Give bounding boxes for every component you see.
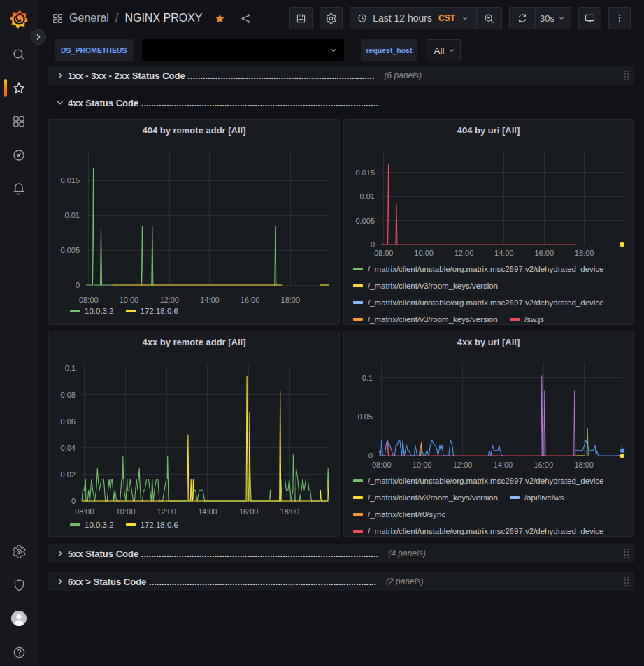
row-title-text: 6xx > Status Code (68, 577, 146, 587)
chevron-down-icon (447, 45, 457, 55)
row-title-text: 4xx Status Code (68, 98, 138, 108)
sidebar-item-server-admin[interactable] (0, 568, 38, 602)
zoom-out-button[interactable] (476, 8, 501, 29)
favorite-star-button[interactable] (214, 13, 226, 24)
row-panel-count: (4 panels) (388, 549, 425, 558)
panel-legend: /_matrix/client/unstable/org.matrix.msc2… (344, 261, 633, 324)
legend-item[interactable]: 10.0.3.2 (70, 516, 114, 533)
sidebar-item-help[interactable] (0, 635, 38, 666)
sidebar-item-alerting[interactable] (0, 172, 38, 205)
y-tick-label: 0.015 (60, 176, 80, 184)
legend-series-color (510, 318, 520, 321)
grafana-app: General / NGINX PROXY (0, 0, 644, 666)
legend-series-color (353, 318, 363, 321)
save-icon (295, 13, 307, 24)
refresh-button[interactable] (510, 8, 535, 29)
refresh-icon (517, 13, 528, 24)
legend-item[interactable]: /_matrix/client/r0/sync (353, 506, 445, 523)
sidebar-item-starred[interactable] (0, 71, 38, 105)
legend-series-label: /_matrix/client/unstable/org.matrix.msc2… (368, 477, 604, 485)
sidebar-item-search[interactable] (0, 38, 38, 71)
panel-title[interactable]: 404 by uri [All] (344, 120, 633, 140)
legend-item[interactable]: /_matrix/client/v3/room_keys/version (353, 277, 498, 294)
x-tick-label: 08:00 (372, 461, 392, 469)
row-title-text: 5xx Status Code (68, 549, 138, 559)
drag-handle-icon[interactable] (623, 548, 630, 560)
time-range-button[interactable]: Last 12 hours CST (350, 8, 476, 29)
y-tick-label: 0.02 (61, 470, 76, 479)
dashboard-grid-icon (52, 13, 64, 24)
legend-item[interactable]: /_matrix/client/unstable/org.matrix.msc2… (353, 472, 604, 489)
legend-item[interactable]: 172.18.0.6 (126, 303, 178, 319)
variable-value-dropdown[interactable]: All (427, 39, 461, 61)
panel-title[interactable]: 4xx by uri [All] (344, 331, 633, 352)
chart-svg[interactable]: 00.0050.010.01508:0010:0012:0014:0016:00… (49, 120, 339, 310)
y-tick-label: 0 (371, 240, 375, 249)
y-tick-label: 0.01 (360, 192, 375, 201)
sidebar-item-dashboards[interactable] (0, 105, 38, 138)
row-title-dots: ........................................… (141, 98, 379, 108)
row-5xx[interactable]: 5xx Status Code ........................… (48, 544, 634, 563)
sidebar-item-profile[interactable] (0, 602, 38, 635)
chart-svg[interactable]: 00.0050.010.01508:0010:0012:0014:0016:00… (344, 120, 633, 263)
dashboard-settings-button[interactable] (320, 7, 343, 29)
panel-legend: /_matrix/client/unstable/org.matrix.msc2… (344, 472, 633, 536)
sidebar-item-explore[interactable] (0, 138, 38, 172)
x-tick-label: 10:00 (413, 461, 432, 469)
drag-handle-icon[interactable] (623, 576, 630, 588)
y-tick-label: 0 (71, 497, 76, 505)
chart-svg[interactable]: 00.020.040.060.080.108:0010:0012:0014:00… (49, 331, 339, 521)
drag-handle-icon[interactable] (623, 70, 630, 82)
chart-svg[interactable]: 00.050.108:0010:0012:0014:0016:0018:00 (344, 331, 633, 475)
apps-icon (11, 114, 27, 129)
refresh-picker: 30s (509, 7, 571, 29)
refresh-interval-button[interactable]: 30s (535, 8, 571, 29)
series-line (86, 168, 113, 285)
series-line (379, 440, 454, 456)
legend-item[interactable]: /sw.js (510, 311, 544, 324)
panel-title[interactable]: 4xx by remote addr [All] (49, 331, 339, 352)
kebab-menu-button[interactable] (608, 7, 631, 29)
legend-item[interactable]: /_matrix/client/v3/room_keys/version (353, 489, 498, 506)
series-line (587, 428, 588, 456)
row-1xx-3xx-2xx[interactable]: 1xx - 3xx - 2xx Status Code ............… (48, 66, 634, 85)
sidebar-expand-button[interactable] (31, 29, 46, 45)
panel-legend: 10.0.3.2172.18.0.6 (49, 303, 339, 324)
sidebar-item-configuration[interactable] (0, 535, 38, 568)
tv-mode-button[interactable] (578, 7, 601, 29)
legend-item[interactable]: /_matrix/client/v3/room_keys/version (353, 311, 498, 324)
share-button[interactable] (240, 13, 252, 24)
row-title-text: 1xx - 3xx - 2xx Status Code (68, 71, 185, 81)
legend-item[interactable]: 172.18.0.6 (126, 516, 178, 533)
question-icon (12, 645, 27, 660)
x-tick-label: 18:00 (575, 249, 594, 257)
row-title: 6xx > Status Code ......................… (68, 577, 376, 587)
variable-value-dropdown[interactable] (142, 39, 344, 61)
row-title-dots: ........................................… (149, 577, 376, 587)
dashboard-canvas: 1xx - 3xx - 2xx Status Code ............… (38, 63, 644, 666)
legend-item[interactable]: 10.0.3.2 (70, 303, 114, 319)
legend-item[interactable]: /_matrix/client/unstable/org.matrix.msc2… (353, 523, 604, 536)
row-panel-count: (2 panels) (386, 577, 423, 586)
save-dashboard-button[interactable] (289, 7, 313, 29)
variable-label: DS_PROMETHEUS (55, 39, 133, 61)
x-tick-label: 08:00 (75, 507, 94, 516)
legend-series-color (353, 496, 363, 499)
y-tick-label: 0.005 (355, 217, 375, 225)
legend-item[interactable]: /_matrix/client/unstable/org.matrix.msc2… (353, 261, 604, 277)
series-line (421, 443, 422, 456)
panel-legend: 10.0.3.2172.18.0.6 (49, 516, 339, 536)
row-6xx[interactable]: 6xx > Status Code ......................… (48, 572, 634, 591)
y-tick-label: 0.015 (355, 168, 375, 177)
panel-title[interactable]: 404 by remote addr [All] (49, 120, 339, 140)
legend-series-color (353, 479, 363, 482)
y-tick-label: 0 (368, 451, 373, 460)
y-tick-label: 0.005 (60, 246, 80, 254)
x-tick-label: 14:00 (198, 507, 217, 516)
legend-item[interactable]: /_matrix/client/unstable/org.matrix.msc2… (353, 294, 604, 311)
grafana-logo[interactable] (8, 8, 30, 30)
legend-item[interactable]: /api/live/ws (510, 489, 564, 506)
row-4xx[interactable]: 4xx Status Code ........................… (48, 93, 634, 113)
breadcrumb-folder[interactable]: General (69, 12, 109, 24)
refresh-interval-label: 30s (540, 13, 554, 24)
